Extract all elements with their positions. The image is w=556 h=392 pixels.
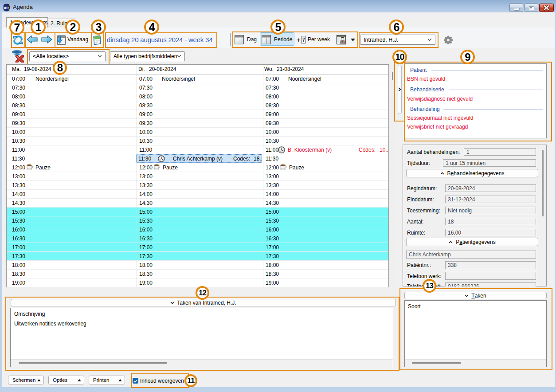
svg-text:im: im	[4, 5, 9, 10]
svg-text:+: +	[297, 36, 301, 43]
svg-text:7: 7	[302, 37, 305, 43]
